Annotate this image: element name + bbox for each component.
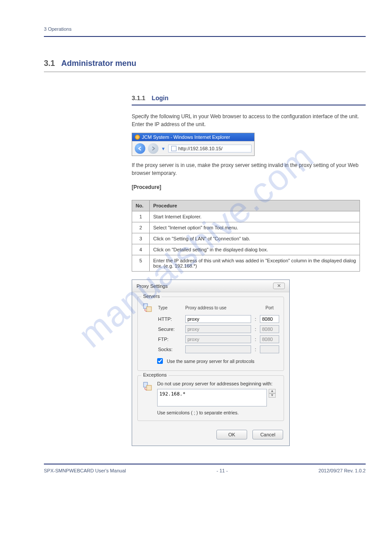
page-footer: SPX-SMNPWEBCARD User's Manual - 11 - 201…	[44, 464, 366, 473]
cancel-button[interactable]: Cancel	[252, 430, 283, 439]
section-heading: 3.1 Administrator menu	[44, 59, 366, 72]
section-title: Administrator menu	[61, 59, 136, 68]
col-no: No.	[132, 200, 150, 211]
footer-left: SPX-SMNPWEBCARD User's Manual	[44, 468, 126, 473]
procedure-label: [Procedure]	[132, 183, 366, 191]
svg-rect-1	[147, 307, 151, 312]
browser-screenshot: JCM System - Windows Internet Explorer ▼…	[132, 133, 255, 156]
exception-hint: Use semicolons ( ; ) to separate entries…	[157, 410, 279, 415]
socks-label: Socks:	[158, 347, 183, 352]
secure-port-input	[260, 325, 279, 333]
table-row: 1 Start Internet Explorer.	[132, 211, 360, 222]
ftp-label: FTP:	[158, 337, 183, 342]
footer-right: 2012/09/27 Rev. 1.0.2	[319, 468, 366, 473]
ie-logo-icon	[135, 134, 140, 140]
intro-paragraph-1: Specify the following URL in your Web br…	[132, 112, 366, 128]
col-procedure: Procedure	[150, 200, 360, 211]
type-header: Type	[158, 305, 183, 310]
ftp-port-input	[260, 335, 279, 343]
http-label: HTTP:	[158, 316, 183, 322]
subsection-title: Login	[152, 94, 169, 102]
exception-text: Do not use proxy server for addresses be…	[157, 381, 279, 386]
subsection-number: 3.1.1	[132, 94, 145, 102]
server-icon	[142, 302, 153, 313]
scroll-stepper[interactable]: ▲▼	[269, 389, 276, 398]
socks-port-input	[260, 345, 279, 353]
secure-label: Secure:	[158, 326, 183, 332]
servers-label: Servers	[141, 294, 162, 299]
footer-page: - 11 -	[216, 468, 228, 473]
row-proc: Enter the IP address of this unit which …	[150, 255, 360, 272]
dropdown-icon[interactable]: ▼	[161, 146, 165, 151]
subsection-heading: 3.1.1 Login	[132, 94, 366, 105]
same-proxy-label: Use the same proxy server for all protoc…	[167, 359, 255, 364]
addr-header: Proxy address to use	[185, 305, 251, 310]
back-icon[interactable]	[135, 143, 145, 154]
port-header: Port	[260, 305, 279, 310]
chevron-up-icon[interactable]: ▲	[269, 389, 276, 393]
row-no: 5	[132, 255, 150, 272]
ftp-proxy-input	[185, 335, 251, 343]
row-no: 3	[132, 233, 150, 244]
dialog-title: Proxy Settings	[137, 283, 168, 289]
svg-rect-3	[147, 385, 151, 390]
http-proxy-input[interactable]	[185, 315, 251, 323]
page-header: 3 Operations	[44, 26, 366, 37]
section-number: 3.1	[44, 59, 55, 68]
row-no: 1	[132, 211, 150, 222]
exceptions-group: Exceptions Do not use proxy server for a…	[137, 375, 284, 421]
colon: :	[254, 337, 257, 342]
page-icon	[171, 146, 176, 151]
row-proc: Click on "Setting of LAN" of "Connection…	[150, 233, 360, 244]
table-header-row: No. Procedure	[132, 200, 360, 211]
row-no: 2	[132, 222, 150, 233]
address-bar[interactable]: http://192.168.10.15/	[168, 145, 252, 152]
chevron-down-icon[interactable]: ▼	[269, 393, 276, 398]
row-proc: Start Internet Explorer.	[150, 211, 360, 222]
intro-paragraph-2: If the proxy server is in use, make the …	[132, 161, 366, 177]
colon: :	[254, 316, 257, 322]
row-proc: Select "Internet option" from Tool menu.	[150, 222, 360, 233]
table-row: 2 Select "Internet option" from Tool men…	[132, 222, 360, 233]
close-icon[interactable]: ✕	[273, 283, 285, 289]
exception-input[interactable]	[157, 389, 267, 406]
dialog-buttons: OK Cancel	[132, 425, 289, 446]
browser-title-text: JCM System - Windows Internet Explorer	[142, 134, 230, 140]
table-row: 4 Click on "Detailed setting" in the dis…	[132, 244, 360, 255]
row-proc: Click on "Detailed setting" in the displ…	[150, 244, 360, 255]
exceptions-label: Exceptions	[141, 372, 169, 377]
secure-proxy-input	[185, 325, 251, 333]
dialog-titlebar: Proxy Settings ✕	[132, 280, 289, 292]
colon: :	[254, 347, 257, 352]
exception-icon	[142, 381, 153, 392]
procedure-table: No. Procedure 1 Start Internet Explorer.…	[132, 200, 360, 272]
browser-titlebar: JCM System - Windows Internet Explorer	[132, 133, 254, 141]
same-proxy-checkbox[interactable]	[157, 358, 163, 364]
proxy-settings-dialog: Proxy Settings ✕ Servers Type Proxy addr…	[132, 279, 290, 446]
ok-button[interactable]: OK	[216, 430, 247, 439]
address-url: http://192.168.10.15/	[178, 146, 223, 151]
http-port-input[interactable]	[260, 315, 279, 323]
table-row: 3 Click on "Setting of LAN" of "Connecti…	[132, 233, 360, 244]
colon: :	[254, 326, 257, 332]
socks-proxy-input	[185, 345, 251, 353]
table-row: 5 Enter the IP address of this unit whic…	[132, 255, 360, 272]
row-no: 4	[132, 244, 150, 255]
browser-nav: ▼ http://192.168.10.15/	[132, 141, 254, 156]
forward-icon[interactable]	[148, 143, 158, 154]
servers-group: Servers Type Proxy address to use Port H…	[137, 297, 284, 371]
